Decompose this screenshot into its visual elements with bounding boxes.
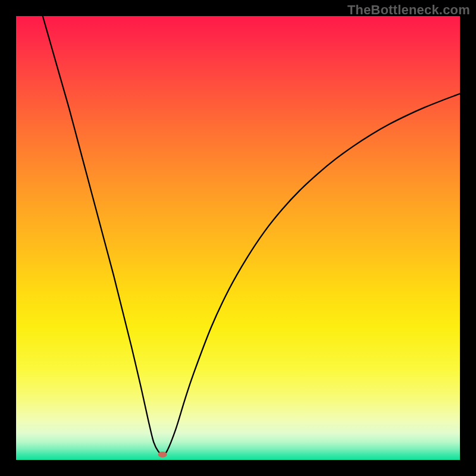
plot-area <box>16 16 460 460</box>
bottleneck-curve <box>43 16 460 455</box>
optimal-point-marker <box>158 452 167 458</box>
attribution-text: TheBottleneck.com <box>347 2 470 18</box>
curve-svg <box>16 16 460 460</box>
curve-layer <box>16 16 460 460</box>
chart-frame: TheBottleneck.com <box>0 0 476 476</box>
